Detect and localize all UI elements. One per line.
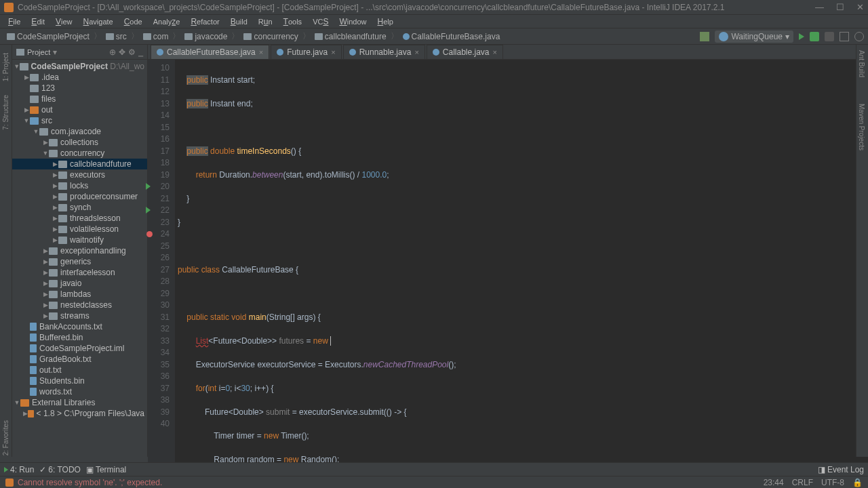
tree-grade[interactable]: GradeBook.txt bbox=[12, 354, 147, 365]
collapse-icon[interactable]: ⊕ bbox=[109, 47, 116, 57]
ant-build-tool[interactable]: Ant Build bbox=[856, 45, 867, 83]
tree-words[interactable]: words.txt bbox=[12, 386, 147, 397]
tree-nested[interactable]: ▶nestedclasses bbox=[12, 300, 147, 310]
project-tool[interactable]: 1: Project bbox=[2, 47, 9, 87]
menu-file[interactable]: File bbox=[4, 16, 24, 28]
tree-javaio[interactable]: ▶javaio bbox=[12, 278, 147, 289]
tree-extlib[interactable]: ▼External Libraries bbox=[12, 397, 147, 408]
menu-analyze[interactable]: Analyze bbox=[149, 16, 184, 28]
menu-window[interactable]: Window bbox=[335, 16, 370, 28]
run-button[interactable] bbox=[799, 33, 804, 40]
tree-threads[interactable]: ▶threadslesson bbox=[12, 213, 147, 224]
structure-tool[interactable]: 7: Structure bbox=[2, 89, 9, 136]
tree-executors[interactable]: ▶executors bbox=[12, 169, 147, 180]
crumb-concurrency[interactable]: concurrency bbox=[241, 32, 300, 41]
menu-run[interactable]: Run bbox=[254, 16, 277, 28]
sidebar-header: Project ▾ ⊕ ✥ ⚙ ⎯ bbox=[12, 45, 147, 60]
stop-button[interactable] bbox=[825, 32, 834, 41]
close-button[interactable]: ✕ bbox=[856, 2, 864, 12]
run-gutter-icon[interactable] bbox=[146, 207, 151, 214]
menu-view[interactable]: View bbox=[52, 16, 77, 28]
tree-exception[interactable]: ▶exceptionhandling bbox=[12, 245, 147, 256]
status-line-ending[interactable]: CRLF bbox=[792, 478, 813, 487]
tree-producer[interactable]: ▶producerconsumer bbox=[12, 191, 147, 202]
tree-concurrency[interactable]: ▼concurrency bbox=[12, 148, 147, 159]
app-icon bbox=[4, 3, 14, 12]
menu-code[interactable]: Code bbox=[120, 16, 146, 28]
tree-files[interactable]: files bbox=[12, 94, 147, 104]
tab-runnable[interactable]: Runnable.java× bbox=[343, 45, 425, 59]
breakpoint-icon[interactable] bbox=[146, 231, 153, 237]
line-gutter: 10111213141516171819 2021 2223 242526272… bbox=[148, 60, 175, 488]
menu-navigate[interactable]: Navigate bbox=[79, 16, 117, 28]
status-encoding[interactable]: UTF-8 bbox=[821, 478, 844, 487]
structure-icon[interactable] bbox=[840, 32, 849, 41]
tree-root[interactable]: ▼CodeSampleProject D:\All_wo bbox=[12, 61, 147, 72]
crumb-project[interactable]: CodeSampleProject bbox=[4, 32, 92, 41]
search-icon[interactable] bbox=[854, 32, 864, 41]
tree-outtxt[interactable]: out.txt bbox=[12, 365, 147, 375]
crumb-com[interactable]: com bbox=[140, 32, 172, 41]
tree-comjava[interactable]: ▼com.javacode bbox=[12, 126, 147, 137]
bottom-toolbar: 4: Run ✓ 6: TODO ▣ Terminal ◨ Event Log bbox=[0, 462, 868, 476]
run-gutter-icon[interactable] bbox=[146, 183, 151, 190]
menu-tools[interactable]: Tools bbox=[279, 16, 307, 28]
close-icon[interactable]: × bbox=[259, 48, 263, 56]
tree-123[interactable]: 123 bbox=[12, 83, 147, 94]
crumb-file[interactable]: CallableFutureBase.java bbox=[400, 32, 503, 41]
tree-volatile[interactable]: ▶volatilelesson bbox=[12, 224, 147, 235]
tree-students[interactable]: Students.bin bbox=[12, 375, 147, 386]
build-icon[interactable] bbox=[700, 32, 709, 41]
code-editor[interactable]: 10111213141516171819 2021 2223 242526272… bbox=[148, 60, 868, 488]
settings-icon[interactable]: ✥ bbox=[119, 47, 125, 57]
hide-icon[interactable]: ⎯ bbox=[138, 47, 143, 57]
tree-generics[interactable]: ▶generics bbox=[12, 256, 147, 267]
tree-out[interactable]: ▶out bbox=[12, 104, 147, 115]
minimize-button[interactable]: — bbox=[815, 2, 824, 12]
tree-bank[interactable]: BankAccounts.txt bbox=[12, 321, 147, 332]
tree-waitnotify[interactable]: ▶waitnotify bbox=[12, 235, 147, 245]
todo-tool[interactable]: ✓ 6: TODO bbox=[39, 465, 81, 474]
crumb-callcble[interactable]: callcbleandfuture bbox=[312, 32, 389, 41]
close-icon[interactable]: × bbox=[331, 48, 335, 56]
status-position[interactable]: 23:44 bbox=[764, 478, 784, 487]
favorites-tool[interactable]: 2: Favorites bbox=[2, 415, 9, 461]
tab-future[interactable]: Future.java× bbox=[271, 45, 341, 59]
tree-synch[interactable]: ▶synch bbox=[12, 202, 147, 213]
close-icon[interactable]: × bbox=[493, 48, 497, 56]
run-tool[interactable]: 4: Run bbox=[4, 465, 34, 474]
menu-build[interactable]: Build bbox=[226, 16, 252, 28]
tab-callablefuturebase[interactable]: CallableFutureBase.java× bbox=[151, 45, 269, 59]
tree-streams[interactable]: ▶streams bbox=[12, 310, 147, 321]
menu-vcs[interactable]: VCS bbox=[309, 16, 332, 28]
menu-refactor[interactable]: Refactor bbox=[186, 16, 223, 28]
tree-callcble[interactable]: ▶callcbleandfuture bbox=[12, 159, 147, 169]
maven-tool[interactable]: Maven Projects bbox=[856, 98, 867, 156]
event-log[interactable]: ◨ Event Log bbox=[818, 465, 864, 474]
run-config-selector[interactable]: WaitingQueue ▾ bbox=[715, 30, 793, 43]
tree-lambdas[interactable]: ▶lambdas bbox=[12, 289, 147, 300]
crumb-javacode[interactable]: javacode bbox=[182, 32, 230, 41]
tab-callable[interactable]: Callable.java× bbox=[427, 45, 503, 59]
editor-area: CallableFutureBase.java× Future.java× Ru… bbox=[148, 45, 868, 457]
menu-edit[interactable]: Edit bbox=[27, 16, 49, 28]
tree-idea[interactable]: ▶.idea bbox=[12, 72, 147, 83]
debug-button[interactable] bbox=[810, 32, 819, 41]
lock-icon[interactable]: 🔒 bbox=[852, 478, 863, 487]
tree-iml[interactable]: CodeSampleProject.iml bbox=[12, 343, 147, 354]
tree-buffered[interactable]: Buffered.bin bbox=[12, 332, 147, 343]
left-tool-strip: 1: Project 7: Structure 2: Favorites bbox=[0, 45, 12, 457]
tree-interface[interactable]: ▶interfacelesson bbox=[12, 267, 147, 278]
tree-jdk[interactable]: ▶< 1.8 > C:\Program Files\Java bbox=[12, 408, 147, 419]
close-icon[interactable]: × bbox=[414, 48, 418, 56]
window-controls: — ☐ ✕ bbox=[815, 2, 864, 12]
code-content[interactable]: public Instant start; public Instant end… bbox=[175, 60, 868, 488]
tree-src[interactable]: ▼src bbox=[12, 115, 147, 126]
terminal-tool[interactable]: ▣ Terminal bbox=[86, 465, 126, 474]
crumb-src[interactable]: src bbox=[103, 32, 130, 41]
tree-collections[interactable]: ▶collections bbox=[12, 137, 147, 148]
menu-help[interactable]: Help bbox=[374, 16, 397, 28]
gear-icon[interactable]: ⚙ bbox=[128, 47, 136, 57]
maximize-button[interactable]: ☐ bbox=[836, 2, 844, 12]
tree-locks[interactable]: ▶locks bbox=[12, 180, 147, 191]
